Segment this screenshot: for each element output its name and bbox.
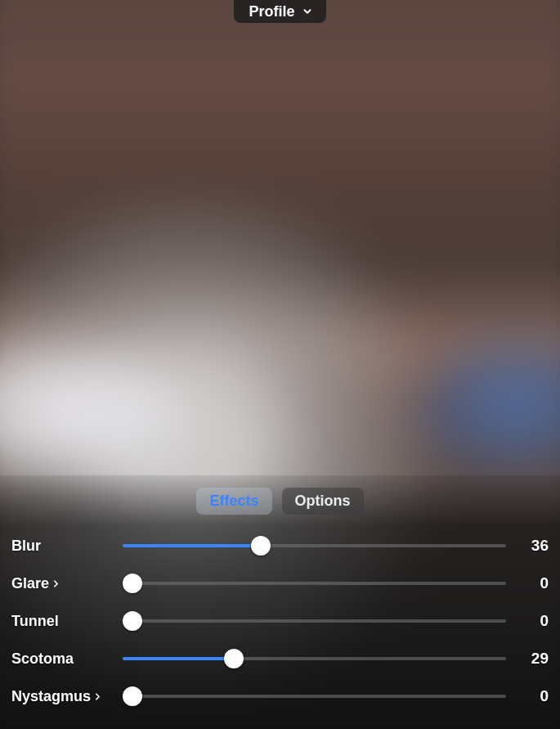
profile-dropdown-button[interactable]: Profile [234,0,325,23]
slider-value-tunnel: 0 [506,612,549,630]
chevron-right-icon [51,578,61,589]
slider-row-blur: Blur36 [11,527,549,565]
slider-label-text: Blur [11,538,41,555]
slider-blur[interactable] [123,534,506,557]
tab-bar: Effects Options [0,488,560,515]
slider-row-nystagmus: Nystagmus0 [11,677,549,715]
sliders-panel: Blur36Glare0Tunnel0Scotoma29Nystagmus0 [11,527,549,715]
slider-label-nystagmus[interactable]: Nystagmus [11,688,123,705]
tab-options-label: Options [295,493,351,509]
slider-label-text: Glare [11,575,49,592]
slider-label-tunnel: Tunnel [11,613,123,630]
slider-label-scotoma: Scotoma [11,650,123,668]
slider-label-text: Tunnel [11,613,59,630]
slider-row-glare: Glare0 [11,565,549,602]
slider-value-blur: 36 [506,537,549,555]
slider-track [123,619,506,623]
slider-row-scotoma: Scotoma29 [11,640,549,677]
slider-value-glare: 0 [506,574,549,592]
slider-thumb[interactable] [224,649,244,668]
chevron-right-icon [92,691,103,702]
preview-image [3,33,557,478]
slider-track [123,695,506,698]
slider-thumb[interactable] [123,611,142,631]
slider-track [123,582,506,585]
tab-effects-label: Effects [209,493,258,509]
slider-row-tunnel: Tunnel0 [11,602,549,640]
slider-scotoma[interactable] [123,647,506,670]
slider-thumb[interactable] [123,686,142,706]
slider-label-blur: Blur [11,538,123,555]
slider-label-glare[interactable]: Glare [11,575,123,592]
slider-nystagmus[interactable] [123,685,506,708]
slider-thumb[interactable] [123,574,142,593]
slider-label-text: Scotoma [11,650,74,668]
slider-tunnel[interactable] [123,610,506,632]
slider-label-text: Nystagmus [11,688,91,705]
slider-fill [123,657,234,660]
tab-effects[interactable]: Effects [196,488,271,515]
slider-thumb[interactable] [251,536,271,556]
profile-label: Profile [249,3,294,20]
tab-options[interactable]: Options [282,488,364,515]
slider-value-scotoma: 29 [506,650,549,668]
chevron-down-icon [302,6,313,17]
slider-value-nystagmus: 0 [506,687,549,705]
slider-glare[interactable] [123,572,506,595]
slider-fill [123,544,261,547]
